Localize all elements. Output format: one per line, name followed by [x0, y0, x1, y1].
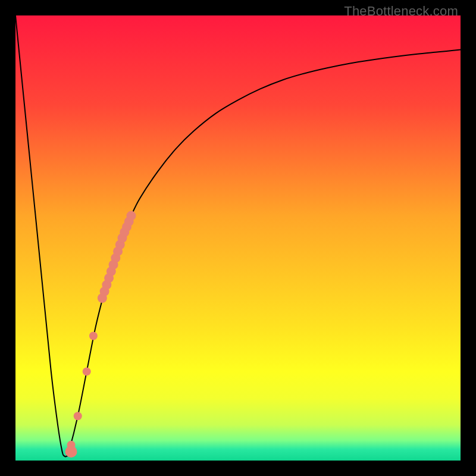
data-dot — [65, 446, 77, 458]
data-dot — [126, 211, 136, 221]
plot-area — [15, 15, 461, 461]
chart-frame: TheBottleneck.com — [0, 0, 476, 476]
data-dot — [74, 412, 82, 420]
data-dot — [89, 332, 98, 340]
chart-svg — [15, 15, 461, 461]
data-dots — [65, 211, 136, 458]
data-dot — [83, 367, 91, 375]
watermark-text: TheBottleneck.com — [344, 4, 458, 19]
bottleneck-curve — [15, 15, 461, 456]
